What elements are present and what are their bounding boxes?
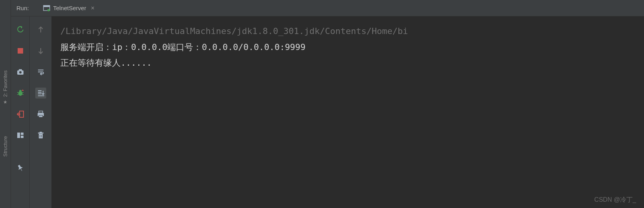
- trash-button[interactable]: [35, 130, 46, 141]
- svg-rect-23: [40, 132, 42, 133]
- soft-wrap-button[interactable]: [35, 66, 46, 77]
- svg-line-11: [17, 94, 19, 95]
- sidebar-tab-favorites[interactable]: ★ 2: Favorites: [2, 70, 8, 105]
- print-button[interactable]: [35, 109, 46, 120]
- svg-rect-15: [21, 133, 24, 135]
- star-icon: ★: [3, 99, 8, 105]
- run-label: Run:: [16, 5, 29, 11]
- pin-button[interactable]: [15, 163, 26, 174]
- stop-button[interactable]: [15, 45, 26, 56]
- svg-rect-18: [39, 111, 43, 113]
- run-toolbar-primary: [11, 16, 30, 208]
- watermark-text: CSDN @冷丁_: [594, 196, 636, 204]
- run-header: Run: TelnetServer ×: [11, 0, 644, 16]
- svg-point-2: [47, 9, 50, 11]
- svg-rect-1: [43, 5, 50, 7]
- svg-rect-22: [38, 133, 43, 134]
- rerun-button[interactable]: [15, 24, 26, 35]
- close-icon[interactable]: ×: [91, 5, 94, 12]
- svg-rect-5: [19, 69, 22, 71]
- svg-point-6: [19, 71, 22, 74]
- camera-button[interactable]: [15, 66, 26, 77]
- up-arrow-button[interactable]: [35, 24, 46, 35]
- run-toolbar-secondary: [30, 16, 52, 208]
- sidebar-favorites-label: 2: Favorites: [2, 70, 8, 97]
- svg-point-8: [19, 90, 22, 92]
- debug-button[interactable]: [15, 88, 26, 99]
- layout-button[interactable]: [15, 130, 26, 141]
- svg-rect-21: [39, 134, 43, 138]
- console-line-command: /Library/Java/JavaVirtualMachines/jdk1.8…: [60, 23, 635, 39]
- svg-line-12: [22, 94, 24, 95]
- svg-line-9: [17, 92, 19, 93]
- sidebar-tab-structure[interactable]: Structure: [2, 136, 8, 157]
- console-output[interactable]: /Library/Java/JavaVirtualMachines/jdk1.8…: [52, 16, 644, 208]
- svg-rect-20: [39, 115, 43, 117]
- svg-rect-3: [18, 48, 23, 54]
- app-window-icon: [43, 5, 50, 12]
- console-line-output: 正在等待有缘人......: [60, 55, 635, 71]
- svg-rect-16: [21, 136, 24, 138]
- run-tab-label: TelnetServer: [53, 5, 86, 11]
- left-sidebar: ★ 2: Favorites Structure: [0, 0, 11, 208]
- run-tab[interactable]: TelnetServer ×: [40, 3, 98, 13]
- svg-rect-14: [17, 133, 20, 138]
- exit-button[interactable]: [15, 109, 26, 120]
- down-arrow-button[interactable]: [35, 45, 46, 56]
- scroll-to-end-button[interactable]: [35, 88, 46, 99]
- sidebar-structure-label: Structure: [2, 136, 8, 157]
- svg-line-10: [22, 92, 24, 93]
- console-line-output: 服务端开启：ip：0.0.0.0端口号：0.0.0.0/0.0.0.0:9999: [60, 39, 635, 56]
